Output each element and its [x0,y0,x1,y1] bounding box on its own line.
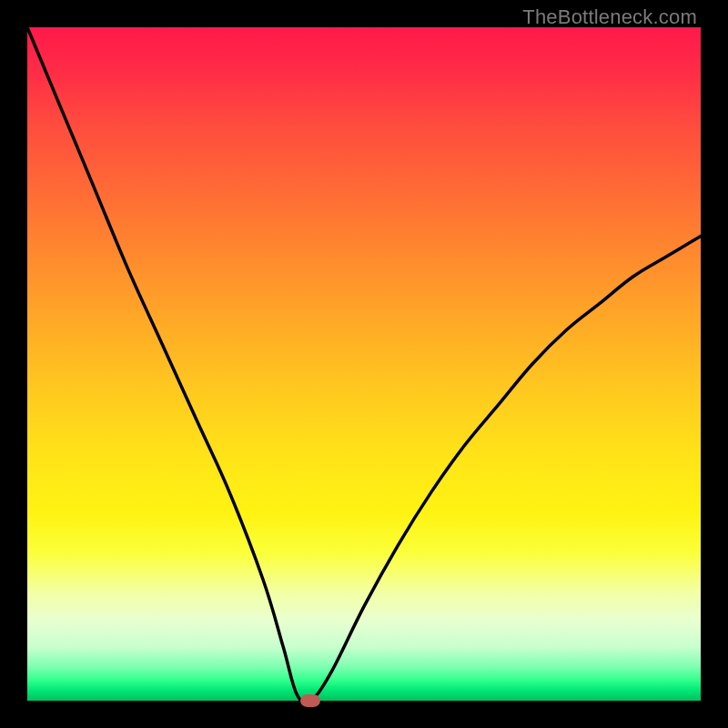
optimum-marker [300,694,320,707]
chart-frame: TheBottleneck.com [0,0,728,728]
plot-area [27,27,701,701]
curve-path [27,27,701,703]
watermark-text: TheBottleneck.com [522,5,697,29]
bottleneck-curve [27,27,701,701]
